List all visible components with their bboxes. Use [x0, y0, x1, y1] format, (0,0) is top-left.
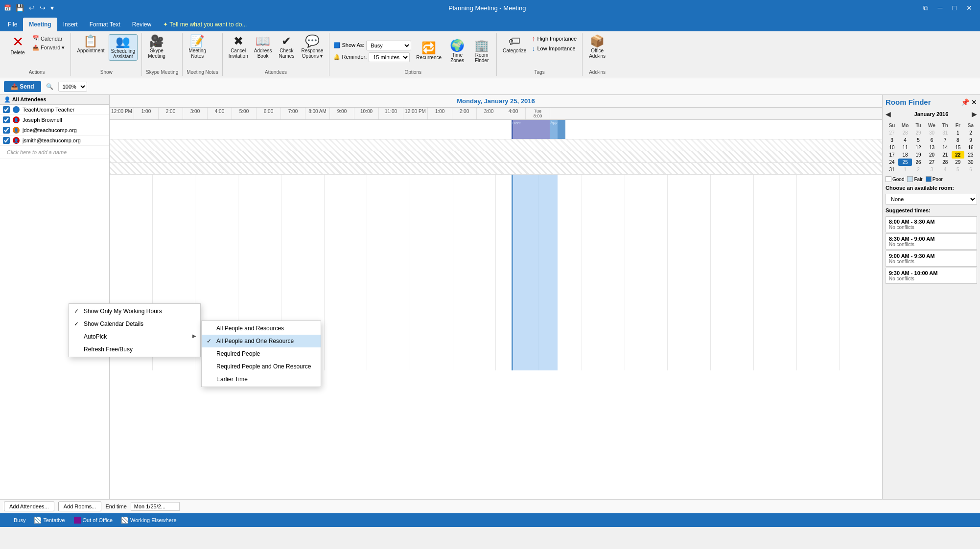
meeting-notes-button[interactable]: 📝 MeetingNotes	[187, 34, 208, 60]
suggestion-2[interactable]: 9:00 AM - 9:30 AM No conflicts	[886, 251, 977, 267]
ctx-show-calendar-details[interactable]: Show Calendar Details	[69, 318, 200, 330]
response-options-button[interactable]: 💬 ResponseOptions ▾	[299, 34, 325, 60]
room-dropdown[interactable]: None	[886, 194, 977, 205]
ctx-autopick[interactable]: AutoPick	[69, 330, 200, 343]
next-month-btn[interactable]: ▶	[972, 110, 977, 118]
calendar-button[interactable]: 📅 Calendar	[30, 34, 67, 43]
cal-day-31[interactable]: 31	[939, 129, 952, 137]
cal-day-5[interactable]: 5	[912, 137, 925, 144]
end-time-input[interactable]	[131, 502, 180, 511]
tab-meeting[interactable]: Meeting	[23, 18, 57, 31]
attendee-row-1[interactable]: 👤 Joseph Brownell	[0, 115, 109, 125]
cal-day-1[interactable]: 1	[952, 129, 964, 137]
qa-dropdown-btn[interactable]: ▾	[49, 3, 55, 13]
delete-button[interactable]: ✕ Delete	[7, 34, 28, 56]
cal-day-4[interactable]: 4	[939, 166, 952, 173]
cal-day-24[interactable]: 24	[886, 159, 898, 166]
suggestion-3[interactable]: 9:30 AM - 10:00 AM No conflicts	[886, 268, 977, 284]
tab-file[interactable]: File	[2, 18, 23, 31]
cal-day-12[interactable]: 12	[912, 144, 925, 151]
cal-day-29[interactable]: 29	[912, 129, 925, 137]
zoom-select[interactable]: 100% 75% 125%	[58, 82, 87, 92]
cal-day-2[interactable]: 2	[964, 129, 977, 137]
attendee-check-0[interactable]	[3, 106, 10, 113]
attendee-row-3[interactable]: 👤 jsmith@teachucomp.org	[0, 136, 109, 146]
cal-day-28[interactable]: 28	[939, 159, 952, 166]
minimize-btn[interactable]: ─	[934, 3, 947, 13]
office-addins-button[interactable]: 📦 OfficeAdd-ins	[586, 34, 608, 60]
cal-day-27[interactable]: 27	[886, 129, 898, 137]
room-finder-button[interactable]: 🏢 RoomFinder	[471, 39, 492, 64]
room-finder-pin-btn[interactable]: 📌	[961, 98, 969, 106]
add-name-row[interactable]: Click here to add a name	[0, 146, 109, 159]
check-names-button[interactable]: ✔ CheckNames	[276, 34, 297, 60]
skype-meeting-button[interactable]: 🎥 SkypeMeeting	[146, 34, 167, 60]
cal-day-26[interactable]: 26	[912, 159, 925, 166]
sub-all-people-resources[interactable]: All People and Resources	[202, 322, 321, 335]
close-btn[interactable]: ✕	[962, 3, 976, 13]
cal-day-15[interactable]: 15	[952, 144, 964, 151]
tab-review[interactable]: Review	[126, 18, 157, 31]
time-grid[interactable]: Dent App	[110, 120, 882, 499]
cal-day-16[interactable]: 16	[964, 144, 977, 151]
cal-day-29[interactable]: 29	[952, 159, 964, 166]
cal-day-9[interactable]: 9	[964, 137, 977, 144]
redo-qa-btn[interactable]: ↪	[38, 3, 47, 13]
address-book-button[interactable]: 📖 AddressBook	[252, 34, 274, 60]
cal-day-30[interactable]: 30	[925, 129, 939, 137]
cal-day-22[interactable]: 22	[952, 151, 964, 159]
time-zones-button[interactable]: 🌍 TimeZones	[446, 39, 468, 64]
show-as-select[interactable]: Busy Free Tentative Out of Office	[366, 41, 411, 50]
cal-day-30[interactable]: 30	[964, 159, 977, 166]
add-attendees-button[interactable]: Add Attendees...	[4, 502, 54, 511]
cal-day-19[interactable]: 19	[912, 151, 925, 159]
room-finder-close-btn[interactable]: ✕	[971, 98, 977, 106]
attendee-row-2[interactable]: 👤 jdoe@teachucomp.org	[0, 125, 109, 136]
suggestion-0[interactable]: 8:00 AM - 8:30 AM No conflicts	[886, 216, 977, 232]
tab-format-text[interactable]: Format Text	[84, 18, 126, 31]
cal-day-6[interactable]: 6	[925, 137, 939, 144]
cal-day-10[interactable]: 10	[886, 144, 898, 151]
prev-month-btn[interactable]: ◀	[886, 110, 891, 118]
cal-day-7[interactable]: 7	[939, 137, 952, 144]
maximize-btn[interactable]: □	[949, 3, 960, 13]
attendee-check-3[interactable]	[3, 137, 10, 144]
cancel-invitation-button[interactable]: ✖ CancelInvitation	[227, 34, 250, 60]
cal-day-4[interactable]: 4	[898, 137, 912, 144]
cal-day-20[interactable]: 20	[925, 151, 939, 159]
cal-day-28[interactable]: 28	[898, 129, 912, 137]
scheduling-assistant-button[interactable]: 👥 SchedulingAssistant	[109, 34, 138, 61]
attendee-check-1[interactable]	[3, 116, 10, 123]
attendee-check-2[interactable]	[3, 127, 10, 134]
tab-tell-me[interactable]: ✦ Tell me what you want to do...	[157, 18, 253, 31]
sub-all-people-one-resource[interactable]: All People and One Resource	[202, 335, 321, 347]
cal-day-11[interactable]: 11	[898, 144, 912, 151]
cal-day-13[interactable]: 13	[925, 144, 939, 151]
ctx-show-working-hours[interactable]: Show Only My Working Hours	[69, 305, 200, 318]
send-button[interactable]: 📤 Send	[4, 81, 41, 92]
tab-insert[interactable]: Insert	[57, 18, 84, 31]
add-rooms-button[interactable]: Add Rooms...	[58, 502, 102, 511]
cal-day-2[interactable]: 2	[912, 166, 925, 173]
cal-day-3[interactable]: 3	[925, 166, 939, 173]
sub-required-people[interactable]: Required People	[202, 347, 321, 360]
reminder-select[interactable]: 15 minutes None 5 minutes 30 minutes	[369, 52, 410, 62]
cal-day-27[interactable]: 27	[925, 159, 939, 166]
cal-day-6[interactable]: 6	[964, 166, 977, 173]
categorize-button[interactable]: 🏷 Categorize	[501, 34, 528, 54]
cal-day-17[interactable]: 17	[886, 151, 898, 159]
high-importance-row[interactable]: ↑ High Importance	[530, 34, 578, 43]
attendee-row-0[interactable]: 👤 TeachUcomp Teacher	[0, 105, 109, 115]
save-qa-btn[interactable]: 💾	[14, 3, 25, 13]
cal-day-18[interactable]: 18	[898, 151, 912, 159]
cal-day-1[interactable]: 1	[898, 166, 912, 173]
cal-day-21[interactable]: 21	[939, 151, 952, 159]
undo-qa-btn[interactable]: ↩	[27, 3, 36, 13]
low-importance-row[interactable]: ↓ Low Importance	[530, 44, 578, 53]
cal-day-25[interactable]: 25	[898, 159, 912, 166]
cal-day-14[interactable]: 14	[939, 144, 952, 151]
suggestion-1[interactable]: 8:30 AM - 9:00 AM No conflicts	[886, 233, 977, 250]
sub-earlier-time[interactable]: Earlier Time	[202, 373, 321, 386]
cal-day-5[interactable]: 5	[952, 166, 964, 173]
cal-day-31[interactable]: 31	[886, 166, 898, 173]
